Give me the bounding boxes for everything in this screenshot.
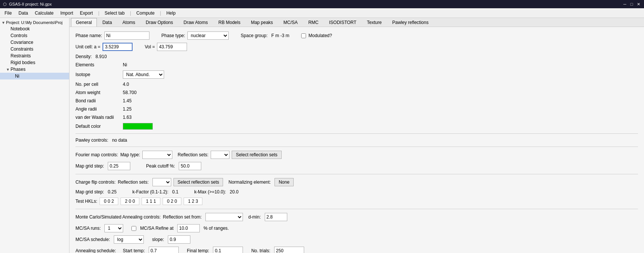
menu-import[interactable]: Import <box>57 10 76 16</box>
unit-cell-a-input[interactable] <box>103 43 133 51</box>
menu-bar: File Data Calculate Import Export | Sele… <box>0 8 644 18</box>
default-color-row: Default color <box>75 123 638 130</box>
divider-1 <box>75 133 638 134</box>
menu-export[interactable]: Export <box>77 10 96 16</box>
charge-flip-row1: Charge flip controls: Reflection sets: S… <box>75 178 638 186</box>
charge-flip-row3: Test HKLs: 0 0 2 2 0 0 1 1 1 0 2 0 1 2 3 <box>75 198 638 205</box>
minimize-button[interactable]: ─ <box>622 1 627 7</box>
cf-kmax-label: k-Max (>=10.0): <box>194 189 226 195</box>
tab-data[interactable]: Data <box>98 18 117 27</box>
maximize-button[interactable]: □ <box>629 1 634 7</box>
vdw-radii-value: 1.63 <box>123 115 131 120</box>
modulated-checkbox[interactable] <box>301 33 306 38</box>
elements-label: Elements <box>75 62 121 67</box>
sidebar-item-project[interactable]: ▼ Project: U:\My Documents\Proj <box>0 19 69 25</box>
close-button[interactable]: ✕ <box>636 1 641 7</box>
final-temp-label: Final temp: <box>187 248 209 253</box>
tab-rb-models[interactable]: RB Models <box>213 18 245 27</box>
cf-kfactor-value: 0.1 <box>172 189 178 195</box>
vol-input[interactable] <box>157 43 187 51</box>
density-label: Density: <box>75 54 92 59</box>
fourier-map-type-label: Map type: <box>120 152 140 157</box>
cf-grid-label: Map grid step: <box>75 189 104 195</box>
cf-kfactor-label: k-Factor (0.1-1.2): <box>132 189 168 195</box>
expand-icon-project: ▼ <box>2 21 5 25</box>
hkl-1: 0 0 2 <box>100 198 118 205</box>
window-title: GSAS-II project: Ni.gpx <box>9 2 52 6</box>
select-tab-menu[interactable]: Select tab <box>102 10 128 16</box>
mcsa-refine-label: MC/SA Refine at <box>140 226 173 231</box>
mcsa-slope-input[interactable] <box>168 235 190 244</box>
phase-name-input[interactable] <box>104 31 149 40</box>
rigid-bodies-label: Rigid bodies <box>11 60 35 65</box>
phase-type-select[interactable]: nuclear magnetic modulated faulted <box>187 31 229 40</box>
fourier-peak-input[interactable] <box>179 162 201 170</box>
mcsa-schedule-select[interactable]: log linear exp <box>114 235 144 244</box>
mcsa-refine-input[interactable] <box>177 224 200 232</box>
menu-calculate[interactable]: Calculate <box>32 10 57 16</box>
fourier-label: Fourier map controls: <box>75 152 118 157</box>
tab-pawley-reflections[interactable]: Pawley reflections <box>387 18 433 27</box>
sidebar-item-restraints[interactable]: Restraints <box>0 52 69 59</box>
start-temp-input[interactable] <box>149 247 179 253</box>
menu-compute[interactable]: Compute <box>133 10 158 16</box>
phase-type-label: Phase type: <box>161 33 185 38</box>
menu-file[interactable]: File <box>2 10 15 16</box>
sidebar-item-constraints[interactable]: Constraints <box>0 46 69 52</box>
main-layout: ▼ Project: U:\My Documents\Proj Notebook… <box>0 18 644 253</box>
separator-1: | <box>97 10 101 16</box>
fourier-refl-label: Reflection sets: <box>178 152 208 157</box>
tab-general[interactable]: General <box>71 18 97 27</box>
tab-draw-atoms[interactable]: Draw Atoms <box>179 18 213 27</box>
tab-isodistort[interactable]: ISODISTORT <box>324 18 361 27</box>
expand-icon-phases: ▼ <box>6 67 10 72</box>
covariance-label: Covariance <box>11 40 33 45</box>
fourier-row1: Fourier map controls: Map type: Reflecti… <box>75 151 638 159</box>
tab-mcsa[interactable]: MC/SA <box>279 18 303 27</box>
tab-rmc[interactable]: RMC <box>303 18 323 27</box>
fourier-map-type-select[interactable] <box>142 151 172 159</box>
unit-cell-row: Unit cell: a = Vol = <box>75 43 638 51</box>
notebook-label: Notebook <box>11 26 30 31</box>
menu-help[interactable]: Help <box>163 10 179 16</box>
controls-label: Controls <box>11 33 27 38</box>
fourier-select-refl-button[interactable]: Select reflection sets <box>232 151 282 159</box>
separator-2: | <box>128 10 133 16</box>
tab-atoms[interactable]: Atoms <box>118 18 140 27</box>
cf-refl-select[interactable] <box>152 178 171 186</box>
tab-texture[interactable]: Texture <box>362 18 386 27</box>
tab-map-peaks[interactable]: Map peaks <box>246 18 278 27</box>
mcsa-dmin-input[interactable] <box>265 213 287 221</box>
bond-radii-label: Bond radii <box>75 98 121 103</box>
cf-norm-elem-button[interactable]: None <box>274 178 294 186</box>
charge-flip-label: Charge flip controls: <box>75 180 116 185</box>
final-temp-input[interactable] <box>213 247 243 253</box>
mcsa-refl-select[interactable] <box>205 213 243 221</box>
general-panel: Phase name: Phase type: nuclear magnetic… <box>69 27 644 253</box>
mcsa-refine-checkbox[interactable] <box>131 226 136 231</box>
start-temp-label: Start temp: <box>123 248 145 253</box>
content-area: General Data Atoms Draw Options Draw Ato… <box>69 18 644 253</box>
default-color-swatch[interactable] <box>123 123 153 130</box>
tab-draw-options[interactable]: Draw Options <box>141 18 178 27</box>
cf-select-refl-button[interactable]: Select reflection sets <box>173 178 223 186</box>
title-bar-controls[interactable]: ─ □ ✕ <box>622 1 641 7</box>
sidebar-item-phases[interactable]: ▼ Phases <box>0 66 69 73</box>
isotope-select[interactable]: Nat. Abund. <box>123 70 164 79</box>
no-trials-input[interactable] <box>274 247 304 253</box>
mcsa-refl-label: Reflection set from: <box>163 214 202 220</box>
sidebar-item-rigid-bodies[interactable]: Rigid bodies <box>0 59 69 66</box>
atom-weight-label: Atom weight <box>75 90 121 95</box>
fourier-refl-select[interactable] <box>211 151 229 159</box>
mcsa-runs-select[interactable]: 1 <box>104 224 123 232</box>
menu-data[interactable]: Data <box>15 10 31 16</box>
sidebar-item-controls[interactable]: Controls <box>0 32 69 39</box>
no-per-cell-value: 4.0 <box>123 82 129 87</box>
sidebar-item-covariance[interactable]: Covariance <box>0 39 69 46</box>
sidebar-item-ni[interactable]: Ni <box>0 73 69 79</box>
atom-weight-value: 58.700 <box>123 90 137 95</box>
fourier-grid-input[interactable] <box>108 162 130 170</box>
sidebar-item-notebook[interactable]: Notebook <box>0 25 69 32</box>
hkl-4: 0 2 0 <box>163 198 181 205</box>
angle-radii-row: Angle radii 1.25 <box>75 106 638 112</box>
